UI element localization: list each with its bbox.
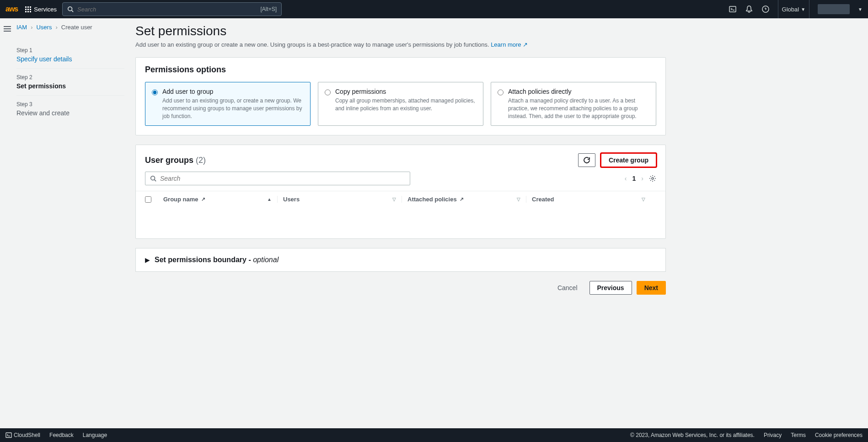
- sort-icon: ▽: [642, 197, 645, 202]
- services-label: Services: [34, 6, 57, 13]
- table-settings-button[interactable]: [649, 175, 656, 182]
- svg-point-4: [151, 176, 155, 180]
- create-group-button[interactable]: Create group: [601, 153, 656, 167]
- search-icon: [150, 175, 156, 182]
- wizard-steps: Step 1 Specify user details Step 2 Set p…: [16, 42, 124, 122]
- svg-point-6: [652, 178, 654, 179]
- column-created[interactable]: Created ▽: [532, 196, 651, 203]
- user-groups-panel: User groups (2) Create group ‹ 1 ›: [135, 145, 666, 239]
- search-input[interactable]: [77, 6, 257, 13]
- services-menu-button[interactable]: Services: [25, 6, 57, 13]
- refresh-button[interactable]: [578, 153, 595, 167]
- external-link-icon: ↗: [460, 196, 464, 202]
- table-body: [136, 207, 665, 238]
- table-header-row: Group name ↗ ▲ Users ▽ Attached policies…: [136, 191, 665, 207]
- search-shortcut-label: [Alt+S]: [260, 6, 277, 12]
- svg-line-1: [72, 11, 74, 12]
- option-title: Copy permissions: [335, 88, 477, 95]
- region-selector[interactable]: Global ▼: [778, 0, 809, 18]
- page-description: Add user to an existing group or create …: [135, 41, 666, 48]
- step-3: Step 3 Review and create: [16, 96, 124, 122]
- next-button[interactable]: Next: [637, 281, 666, 295]
- option-desc: Attach a managed policy directly to a us…: [508, 97, 649, 120]
- option-desc: Add user to an existing group, or create…: [162, 97, 304, 120]
- learn-more-link[interactable]: Learn more ↗: [491, 41, 528, 48]
- radio-copy-permissions[interactable]: [325, 89, 331, 96]
- breadcrumb: IAM › Users › Create user: [16, 24, 124, 31]
- account-menu[interactable]: [818, 4, 850, 14]
- radio-attach-policies[interactable]: [498, 89, 504, 96]
- prev-page-button[interactable]: ‹: [625, 175, 627, 182]
- column-group-name[interactable]: Group name ↗ ▲: [163, 196, 278, 203]
- step-label: Step 1: [16, 47, 124, 54]
- global-search[interactable]: [Alt+S]: [62, 2, 282, 16]
- step-current: Set permissions: [16, 82, 124, 90]
- groups-table: Group name ↗ ▲ Users ▽ Attached policies…: [136, 191, 665, 238]
- breadcrumb-iam[interactable]: IAM: [16, 24, 27, 31]
- next-page-button[interactable]: ›: [641, 175, 643, 182]
- external-link-icon: ↗: [201, 196, 205, 202]
- page-desc-text: Add user to an existing group or create …: [135, 41, 489, 48]
- chevron-right-icon: ›: [31, 24, 32, 31]
- permissions-boundary-panel[interactable]: ▶ Set permissions boundary - optional: [135, 248, 666, 272]
- panel-header: Permissions options: [136, 58, 665, 82]
- select-all-checkbox[interactable]: [145, 196, 151, 203]
- step-label: Step 2: [16, 74, 124, 81]
- option-desc: Copy all group memberships, attached man…: [335, 97, 477, 113]
- chevron-right-icon: ›: [55, 24, 57, 31]
- page-number: 1: [632, 175, 636, 182]
- groups-search-input[interactable]: [160, 175, 405, 182]
- permissions-options-panel: Permissions options Add user to group Ad…: [135, 57, 666, 135]
- top-navigation: aws Services [Alt+S] Global ▼ ▼: [0, 0, 868, 18]
- grid-icon: [25, 6, 31, 12]
- aws-logo[interactable]: aws: [5, 5, 18, 13]
- option-title: Add user to group: [162, 88, 304, 95]
- cancel-button[interactable]: Cancel: [550, 281, 585, 295]
- groups-count: (2): [196, 156, 206, 165]
- region-label: Global: [782, 6, 799, 13]
- radio-add-to-group[interactable]: [152, 89, 158, 96]
- wizard-actions: Cancel Previous Next: [135, 281, 666, 308]
- svg-point-0: [68, 7, 72, 11]
- step-link-specify-details[interactable]: Specify user details: [16, 55, 124, 63]
- chevron-down-icon: ▼: [858, 7, 863, 12]
- column-users[interactable]: Users ▽: [283, 196, 402, 203]
- gear-icon: [649, 175, 656, 182]
- step-2: Step 2 Set permissions: [16, 69, 124, 96]
- sort-icon: ▽: [392, 197, 396, 202]
- option-copy-permissions[interactable]: Copy permissions Copy all group membersh…: [318, 82, 483, 126]
- option-add-to-group[interactable]: Add user to group Add user to an existin…: [145, 82, 311, 126]
- chevron-down-icon: ▼: [801, 7, 805, 12]
- option-attach-policies[interactable]: Attach policies directly Attach a manage…: [491, 82, 656, 126]
- groups-title: User groups (2): [145, 156, 573, 165]
- search-icon: [67, 6, 74, 12]
- breadcrumb-current: Create user: [61, 24, 92, 31]
- refresh-icon: [583, 156, 590, 164]
- step-1: Step 1 Specify user details: [16, 42, 124, 69]
- breadcrumb-users[interactable]: Users: [36, 24, 52, 31]
- svg-line-5: [155, 180, 156, 182]
- step-future: Review and create: [16, 109, 124, 117]
- expand-icon: ▶: [145, 256, 150, 264]
- column-attached-policies[interactable]: Attached policies ↗ ▽: [407, 196, 526, 203]
- notifications-icon[interactable]: [745, 5, 753, 13]
- boundary-title: Set permissions boundary - optional: [155, 256, 279, 264]
- previous-button[interactable]: Previous: [589, 281, 632, 295]
- side-nav-toggle[interactable]: [4, 25, 11, 33]
- option-title: Attach policies directly: [508, 88, 649, 95]
- page-title: Set permissions: [135, 24, 666, 38]
- sort-asc-icon: ▲: [267, 197, 272, 202]
- sort-icon: ▽: [517, 197, 520, 202]
- pagination: ‹ 1 ›: [625, 175, 656, 182]
- step-label: Step 3: [16, 101, 124, 108]
- groups-search[interactable]: [145, 172, 410, 185]
- help-icon[interactable]: [761, 5, 770, 13]
- cloudshell-icon[interactable]: [729, 5, 737, 13]
- external-link-icon: ↗: [523, 41, 528, 48]
